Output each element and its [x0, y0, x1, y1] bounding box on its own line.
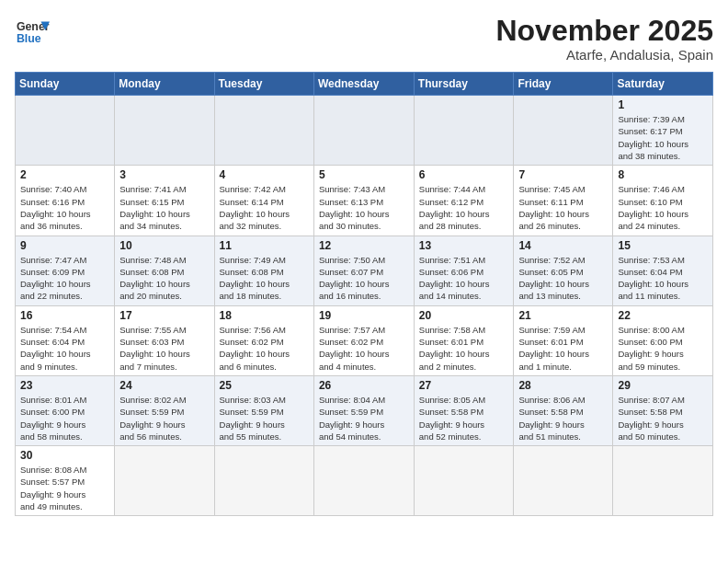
table-row: 7Sunrise: 7:45 AM Sunset: 6:11 PM Daylig… — [514, 166, 613, 236]
table-row: 25Sunrise: 8:03 AM Sunset: 5:59 PM Dayli… — [214, 375, 313, 445]
table-row: 4Sunrise: 7:42 AM Sunset: 6:14 PM Daylig… — [214, 166, 313, 236]
day-info: Sunrise: 7:51 AM Sunset: 6:06 PM Dayligh… — [419, 254, 509, 303]
day-number: 5 — [319, 168, 409, 181]
table-row — [313, 446, 414, 516]
day-info: Sunrise: 7:54 AM Sunset: 6:04 PM Dayligh… — [20, 324, 109, 373]
day-number: 28 — [518, 379, 608, 392]
table-row: 19Sunrise: 7:57 AM Sunset: 6:02 PM Dayli… — [313, 305, 414, 375]
table-row: 15Sunrise: 7:53 AM Sunset: 6:04 PM Dayli… — [613, 236, 713, 305]
day-number: 16 — [20, 309, 109, 322]
day-number: 19 — [319, 309, 409, 322]
table-row: 3Sunrise: 7:41 AM Sunset: 6:15 PM Daylig… — [115, 166, 214, 236]
table-row: 28Sunrise: 8:06 AM Sunset: 5:58 PM Dayli… — [514, 375, 613, 445]
calendar-week-row: 16Sunrise: 7:54 AM Sunset: 6:04 PM Dayli… — [16, 305, 713, 375]
day-number: 13 — [419, 239, 509, 252]
day-info: Sunrise: 8:08 AM Sunset: 5:57 PM Dayligh… — [20, 464, 109, 512]
table-row: 30Sunrise: 8:08 AM Sunset: 5:57 PM Dayli… — [16, 446, 115, 516]
day-number: 24 — [119, 379, 209, 392]
table-row: 14Sunrise: 7:52 AM Sunset: 6:05 PM Dayli… — [514, 236, 613, 305]
generalblue-logo-icon: General Blue — [15, 15, 50, 50]
day-number: 8 — [618, 168, 708, 181]
table-row: 20Sunrise: 7:58 AM Sunset: 6:01 PM Dayli… — [414, 305, 514, 375]
table-row: 11Sunrise: 7:49 AM Sunset: 6:08 PM Dayli… — [214, 236, 313, 305]
day-number: 27 — [419, 379, 509, 392]
table-row — [16, 96, 115, 166]
day-number: 15 — [618, 239, 708, 252]
month-year: November 2025 — [495, 15, 713, 47]
day-number: 29 — [618, 379, 708, 392]
day-number: 4 — [220, 168, 309, 181]
day-number: 22 — [618, 309, 708, 322]
day-info: Sunrise: 7:49 AM Sunset: 6:08 PM Dayligh… — [220, 254, 309, 303]
table-row: 18Sunrise: 7:56 AM Sunset: 6:02 PM Dayli… — [214, 305, 313, 375]
table-row — [115, 96, 214, 166]
calendar-week-row: 23Sunrise: 8:01 AM Sunset: 6:00 PM Dayli… — [16, 375, 713, 445]
day-number: 26 — [319, 379, 409, 392]
day-info: Sunrise: 7:48 AM Sunset: 6:08 PM Dayligh… — [119, 254, 209, 303]
table-row — [115, 446, 214, 516]
day-info: Sunrise: 7:45 AM Sunset: 6:11 PM Dayligh… — [518, 183, 608, 232]
day-number: 21 — [518, 309, 608, 322]
day-number: 12 — [319, 239, 409, 252]
day-info: Sunrise: 8:05 AM Sunset: 5:58 PM Dayligh… — [419, 394, 509, 442]
table-row: 16Sunrise: 7:54 AM Sunset: 6:04 PM Dayli… — [16, 305, 115, 375]
svg-text:Blue: Blue — [17, 32, 41, 45]
header-monday: Monday — [115, 73, 214, 96]
calendar-week-row: 30Sunrise: 8:08 AM Sunset: 5:57 PM Dayli… — [16, 446, 713, 516]
day-info: Sunrise: 7:44 AM Sunset: 6:12 PM Dayligh… — [419, 183, 509, 232]
day-info: Sunrise: 7:39 AM Sunset: 6:17 PM Dayligh… — [618, 113, 708, 162]
page: General Blue November 2025 Atarfe, Andal… — [0, 0, 728, 563]
table-row: 23Sunrise: 8:01 AM Sunset: 6:00 PM Dayli… — [16, 375, 115, 445]
day-info: Sunrise: 8:04 AM Sunset: 5:59 PM Dayligh… — [319, 394, 409, 442]
table-row: 22Sunrise: 8:00 AM Sunset: 6:00 PM Dayli… — [613, 305, 713, 375]
table-row: 26Sunrise: 8:04 AM Sunset: 5:59 PM Dayli… — [313, 375, 414, 445]
table-row: 8Sunrise: 7:46 AM Sunset: 6:10 PM Daylig… — [613, 166, 713, 236]
table-row — [414, 446, 514, 516]
title-block: November 2025 Atarfe, Andalusia, Spain — [495, 15, 713, 63]
day-info: Sunrise: 7:58 AM Sunset: 6:01 PM Dayligh… — [419, 324, 509, 373]
header-wednesday: Wednesday — [313, 73, 414, 96]
day-info: Sunrise: 8:03 AM Sunset: 5:59 PM Dayligh… — [220, 394, 309, 442]
calendar-week-row: 9Sunrise: 7:47 AM Sunset: 6:09 PM Daylig… — [16, 236, 713, 305]
header-tuesday: Tuesday — [214, 73, 313, 96]
table-row: 13Sunrise: 7:51 AM Sunset: 6:06 PM Dayli… — [414, 236, 514, 305]
logo: General Blue — [15, 15, 50, 50]
table-row — [514, 446, 613, 516]
calendar-week-row: 1Sunrise: 7:39 AM Sunset: 6:17 PM Daylig… — [16, 96, 713, 166]
header-friday: Friday — [514, 73, 613, 96]
location: Atarfe, Andalusia, Spain — [495, 47, 713, 63]
day-number: 23 — [20, 379, 109, 392]
calendar-week-row: 2Sunrise: 7:40 AM Sunset: 6:16 PM Daylig… — [16, 166, 713, 236]
table-row: 1Sunrise: 7:39 AM Sunset: 6:17 PM Daylig… — [613, 96, 713, 166]
day-info: Sunrise: 7:59 AM Sunset: 6:01 PM Dayligh… — [518, 324, 608, 373]
day-number: 20 — [419, 309, 509, 322]
day-info: Sunrise: 7:40 AM Sunset: 6:16 PM Dayligh… — [20, 183, 109, 232]
day-info: Sunrise: 7:50 AM Sunset: 6:07 PM Dayligh… — [319, 254, 409, 303]
table-row: 27Sunrise: 8:05 AM Sunset: 5:58 PM Dayli… — [414, 375, 514, 445]
day-number: 9 — [20, 239, 109, 252]
table-row: 6Sunrise: 7:44 AM Sunset: 6:12 PM Daylig… — [414, 166, 514, 236]
table-row — [613, 446, 713, 516]
table-row: 2Sunrise: 7:40 AM Sunset: 6:16 PM Daylig… — [16, 166, 115, 236]
day-info: Sunrise: 7:42 AM Sunset: 6:14 PM Dayligh… — [220, 183, 309, 232]
table-row — [414, 96, 514, 166]
day-number: 25 — [220, 379, 309, 392]
table-row: 9Sunrise: 7:47 AM Sunset: 6:09 PM Daylig… — [16, 236, 115, 305]
day-info: Sunrise: 7:56 AM Sunset: 6:02 PM Dayligh… — [220, 324, 309, 373]
table-row: 21Sunrise: 7:59 AM Sunset: 6:01 PM Dayli… — [514, 305, 613, 375]
day-info: Sunrise: 7:57 AM Sunset: 6:02 PM Dayligh… — [319, 324, 409, 373]
day-number: 3 — [119, 168, 209, 181]
table-row — [514, 96, 613, 166]
day-info: Sunrise: 7:55 AM Sunset: 6:03 PM Dayligh… — [119, 324, 209, 373]
header: General Blue November 2025 Atarfe, Andal… — [15, 15, 713, 63]
day-info: Sunrise: 7:46 AM Sunset: 6:10 PM Dayligh… — [618, 183, 708, 232]
table-row: 10Sunrise: 7:48 AM Sunset: 6:08 PM Dayli… — [115, 236, 214, 305]
day-info: Sunrise: 8:06 AM Sunset: 5:58 PM Dayligh… — [518, 394, 608, 442]
day-number: 14 — [518, 239, 608, 252]
table-row: 29Sunrise: 8:07 AM Sunset: 5:58 PM Dayli… — [613, 375, 713, 445]
table-row — [214, 96, 313, 166]
day-info: Sunrise: 7:43 AM Sunset: 6:13 PM Dayligh… — [319, 183, 409, 232]
day-number: 11 — [220, 239, 309, 252]
weekday-header-row: Sunday Monday Tuesday Wednesday Thursday… — [16, 73, 713, 96]
day-number: 18 — [220, 309, 309, 322]
